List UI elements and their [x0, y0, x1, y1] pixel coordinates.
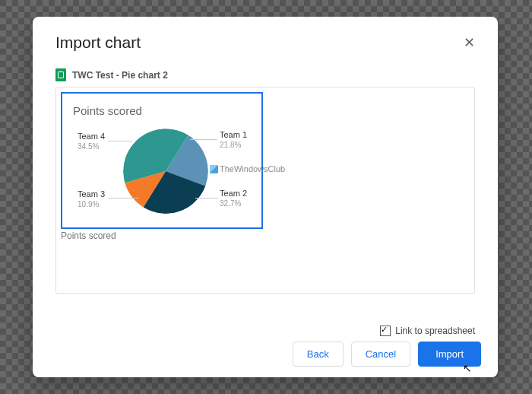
cancel-button[interactable]: Cancel: [351, 342, 410, 367]
pie-chart: [123, 129, 208, 214]
watermark-icon: [210, 165, 218, 173]
link-to-spreadsheet-row[interactable]: Link to spreadsheet: [380, 326, 475, 336]
chart-preview-panel: Points scored Team 121.8% Team 232.7%: [55, 87, 475, 294]
back-button[interactable]: Back: [293, 342, 344, 367]
thumbnail-caption: Points scored: [61, 230, 116, 241]
leader-line: [190, 139, 217, 140]
label-team4: Team 434.5%: [78, 132, 105, 151]
label-team2: Team 232.7%: [220, 189, 247, 208]
leader-line: [195, 198, 218, 199]
source-file-name: TWC Test - Pie chart 2: [72, 70, 168, 81]
label-team1: Team 121.8%: [220, 130, 247, 150]
dialog-title: Import chart: [55, 33, 141, 52]
link-checkbox-label: Link to spreadsheet: [395, 326, 475, 336]
leader-line: [108, 198, 138, 199]
chart-thumbnail[interactable]: Points scored Team 121.8% Team 232.7%: [61, 92, 263, 229]
close-icon[interactable]: ✕: [464, 34, 475, 51]
chart-title: Points scored: [73, 104, 142, 117]
sheets-icon: [55, 68, 66, 81]
cursor-icon: ↖: [463, 362, 472, 374]
import-chart-dialog: Import chart ✕ TWC Test - Pie chart 2 Po…: [33, 17, 498, 377]
leader-line: [108, 141, 132, 141]
watermark: TheWindowsClub: [210, 164, 285, 173]
dialog-buttons: Back Cancel Import: [293, 342, 481, 367]
link-checkbox[interactable]: [380, 326, 391, 336]
source-file-row[interactable]: TWC Test - Pie chart 2: [55, 68, 168, 81]
label-team3: Team 310.9%: [78, 189, 105, 209]
dialog-header: Import chart ✕: [55, 33, 475, 52]
